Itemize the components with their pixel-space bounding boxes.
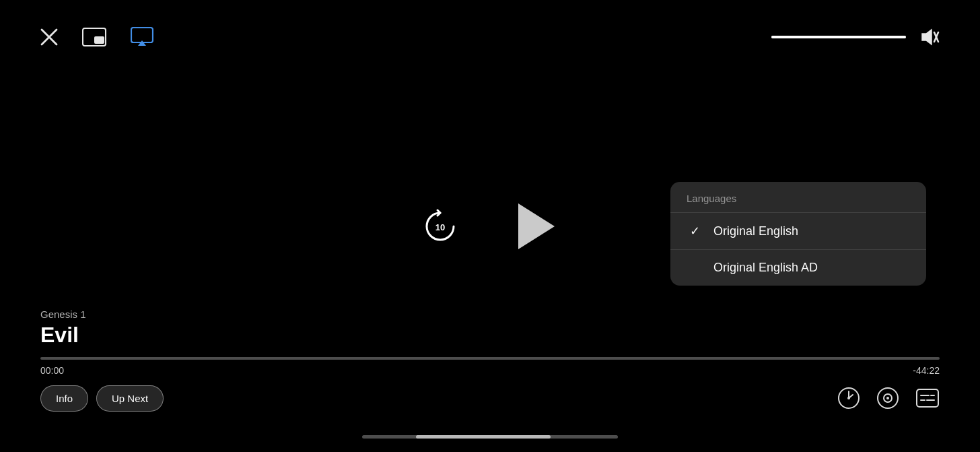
svg-point-16	[886, 397, 889, 399]
play-icon	[513, 202, 559, 251]
replay-button[interactable]: 10	[421, 207, 459, 245]
language-label-original-english-ad: Original English AD	[713, 261, 818, 275]
svg-point-13	[847, 397, 850, 399]
episode-label: Genesis 1	[40, 309, 940, 320]
svg-marker-9	[518, 203, 555, 249]
volume-fill	[771, 36, 906, 38]
scroll-indicator	[362, 435, 618, 439]
volume-bar-container[interactable]	[771, 36, 906, 38]
language-option-original-english[interactable]: ✓ Original English	[670, 212, 926, 249]
center-controls: 10	[421, 202, 559, 251]
pip-icon	[82, 28, 106, 46]
replay-icon: 10	[421, 207, 459, 245]
playback-speed-icon	[837, 387, 860, 410]
subtitles-icon	[915, 387, 940, 410]
checkmark-icon: ✓	[687, 224, 703, 238]
language-option-original-english-ad[interactable]: Original English AD	[670, 249, 926, 286]
svg-rect-17	[917, 389, 938, 407]
up-next-button[interactable]: Up Next	[96, 385, 164, 412]
playback-speed-button[interactable]	[837, 387, 860, 412]
svg-text:10: 10	[435, 222, 445, 232]
airplay-icon	[131, 27, 153, 47]
mute-icon	[919, 27, 940, 47]
svg-rect-3	[94, 36, 104, 44]
top-controls	[40, 27, 940, 47]
close-button[interactable]	[40, 28, 58, 46]
airplay-button[interactable]	[131, 27, 153, 47]
top-left-icons	[40, 27, 153, 47]
language-dropdown: Languages ✓ Original English Original En…	[670, 182, 926, 286]
subtitles-button[interactable]	[915, 387, 940, 412]
top-right-controls	[771, 27, 940, 47]
controls-right	[837, 387, 940, 412]
current-time: 00:00	[40, 365, 64, 376]
close-icon	[40, 28, 58, 46]
svg-marker-5	[922, 30, 932, 44]
language-label-original-english: Original English	[713, 224, 798, 238]
remaining-time: -44:22	[913, 365, 940, 376]
scroll-handle	[416, 435, 551, 439]
info-button[interactable]: Info	[40, 385, 88, 412]
progress-bar-row[interactable]	[40, 357, 940, 360]
mute-button[interactable]	[919, 27, 940, 47]
episode-info: Genesis 1 Evil	[40, 309, 940, 348]
volume-bar	[771, 36, 906, 38]
audio-icon	[876, 387, 899, 410]
language-menu-header: Languages	[670, 182, 926, 212]
play-button[interactable]	[513, 202, 559, 251]
bottom-area: Genesis 1 Evil 00:00 -44:22 Info Up Next	[40, 309, 940, 412]
bottom-buttons-row: Info Up Next	[40, 385, 940, 412]
episode-title: Evil	[40, 323, 940, 348]
progress-bar-track[interactable]	[40, 357, 940, 360]
time-row: 00:00 -44:22	[40, 365, 940, 376]
pip-button[interactable]	[82, 28, 106, 46]
svg-rect-4	[131, 28, 153, 42]
audio-button[interactable]	[876, 387, 899, 412]
left-buttons: Info Up Next	[40, 385, 164, 412]
